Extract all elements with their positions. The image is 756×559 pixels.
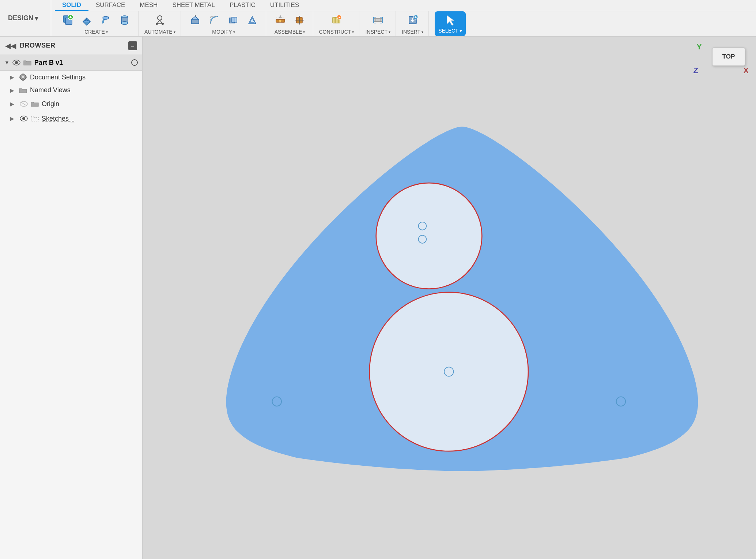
construct-icons: ★ <box>328 13 345 27</box>
construct-label[interactable]: CONSTRUCT ▾ <box>319 29 354 35</box>
tree-item-named-views[interactable]: ▶ Named Views <box>0 84 142 97</box>
automate-icon[interactable] <box>151 13 168 27</box>
svg-rect-55 <box>25 76 27 78</box>
tool-group-assemble: ASSEMBLE ▾ <box>267 11 313 36</box>
sketches-folder-icon <box>31 115 39 122</box>
doc-settings-arrow[interactable]: ▶ <box>10 74 16 80</box>
tool-group-select: SELECT ▾ <box>430 11 471 36</box>
fillet-icon[interactable] <box>206 13 223 27</box>
tool-group-modify: MODIFY ▾ <box>182 11 266 36</box>
svg-text:★: ★ <box>338 16 341 19</box>
svg-rect-52 <box>22 74 24 75</box>
create-label[interactable]: CREATE ▾ <box>84 29 108 35</box>
tool-group-insert: INSERT ▾ <box>397 11 429 36</box>
svg-point-51 <box>22 76 24 79</box>
origin-eye-icon[interactable] <box>19 99 29 109</box>
push-pull-icon[interactable] <box>187 13 204 27</box>
assemble-icons <box>272 13 308 27</box>
tree-item-sketches[interactable]: ▶ Sketches _ <box>0 111 142 126</box>
combine-icon[interactable] <box>225 13 242 27</box>
design-button[interactable]: DESIGN ▾ <box>0 0 51 36</box>
insert-icons <box>404 13 421 27</box>
svg-point-13 <box>156 23 158 25</box>
select-button[interactable]: SELECT ▾ <box>435 11 466 36</box>
tab-solid[interactable]: SOLID <box>55 0 88 11</box>
named-views-folder-icon <box>19 87 27 94</box>
doc-settings-gear-icon <box>19 73 27 81</box>
tool-groups: CREATE ▾ <box>51 11 756 36</box>
modify-icons <box>187 13 261 27</box>
svg-marker-23 <box>279 15 282 18</box>
arc-icon[interactable] <box>97 13 114 27</box>
sketches-eye-icon[interactable] <box>19 114 29 123</box>
sketches-arrow[interactable]: ▶ <box>10 116 16 121</box>
part-radio-button[interactable] <box>131 59 138 66</box>
axis-z-label: Z <box>693 66 698 75</box>
tabs-row: SOLID SURFACE MESH SHEET METAL PLASTIC U… <box>51 0 756 36</box>
new-component-icon[interactable] <box>59 13 76 27</box>
orientation-label: TOP <box>722 53 735 60</box>
svg-point-60 <box>376 183 482 289</box>
tab-surface[interactable]: SURFACE <box>88 0 132 11</box>
sidebar: ◀◀ BROWSER – ▼ Part B v1 <box>0 37 143 559</box>
box-icon[interactable] <box>78 13 95 27</box>
axis-y-label: Y <box>696 42 702 52</box>
named-views-arrow[interactable]: ▶ <box>10 87 16 93</box>
svg-rect-53 <box>22 79 24 81</box>
tab-utilities[interactable]: UTILITIES <box>263 0 306 11</box>
modify-label[interactable]: MODIFY ▾ <box>212 29 235 35</box>
part-expand-arrow[interactable]: ▼ <box>4 60 10 65</box>
svg-point-59 <box>22 117 25 120</box>
tab-plastic[interactable]: PLASTIC <box>222 0 263 11</box>
viewport[interactable]: Y Z X TOP <box>143 37 756 559</box>
insert-label[interactable]: INSERT ▾ <box>402 29 423 35</box>
svg-rect-15 <box>192 19 199 24</box>
toolbar: DESIGN ▾ SOLID SURFACE MESH SHEET METAL … <box>0 0 756 37</box>
doc-settings-label: Document Settings <box>30 74 86 81</box>
tree-item-origin[interactable]: ▶ Origin <box>0 97 142 111</box>
svg-point-14 <box>162 23 164 25</box>
tree-item-document-settings[interactable]: ▶ Document Settings <box>0 71 142 84</box>
tool-group-construct: ★ CONSTRUCT ▾ <box>314 11 360 36</box>
joint-icon[interactable] <box>272 13 289 27</box>
part-label: Part B v1 <box>34 59 129 67</box>
assemble-icon[interactable] <box>291 13 308 27</box>
inspect-icon[interactable] <box>370 13 386 27</box>
named-views-label: Named Views <box>30 86 71 94</box>
inspect-icons <box>370 13 386 27</box>
svg-point-21 <box>279 19 282 22</box>
tab-labels: SOLID SURFACE MESH SHEET METAL PLASTIC U… <box>51 0 756 11</box>
insert-icon[interactable] <box>404 13 421 27</box>
tab-sheet-metal[interactable]: SHEET METAL <box>165 0 222 11</box>
browser-collapse-button[interactable]: – <box>128 41 137 50</box>
part-eye-icon[interactable] <box>12 58 21 67</box>
select-label: SELECT ▾ <box>438 28 462 34</box>
svg-rect-34 <box>374 19 382 22</box>
svg-point-8 <box>121 22 128 25</box>
origin-label: Origin <box>42 100 59 108</box>
svg-line-57 <box>21 102 27 106</box>
part-folder-icon <box>23 59 31 66</box>
origin-arrow[interactable]: ▶ <box>10 101 16 107</box>
part-row[interactable]: ▼ Part B v1 <box>0 55 142 71</box>
browser-back-button[interactable]: ◀◀ <box>5 41 16 50</box>
tool-group-create: CREATE ▾ <box>54 11 139 36</box>
construct-icon[interactable]: ★ <box>328 13 345 27</box>
orientation-cube[interactable]: TOP <box>712 48 745 66</box>
svg-point-5 <box>103 16 109 19</box>
tab-mesh[interactable]: MESH <box>132 0 165 11</box>
svg-rect-18 <box>232 17 237 22</box>
inspect-label[interactable]: INSPECT ▾ <box>365 29 390 35</box>
shell-icon[interactable] <box>244 13 261 27</box>
cylinder-icon[interactable] <box>116 13 133 27</box>
svg-point-49 <box>15 61 18 64</box>
sketches-label: Sketches _ <box>42 115 74 123</box>
create-icons <box>59 13 133 27</box>
svg-point-9 <box>158 16 162 20</box>
svg-point-63 <box>370 292 528 451</box>
automate-label[interactable]: AUTOMATE ▾ <box>144 29 175 35</box>
assemble-label[interactable]: ASSEMBLE ▾ <box>275 29 305 35</box>
design-arrow: ▾ <box>35 14 38 22</box>
svg-rect-54 <box>19 76 21 78</box>
automate-icons <box>151 13 168 27</box>
